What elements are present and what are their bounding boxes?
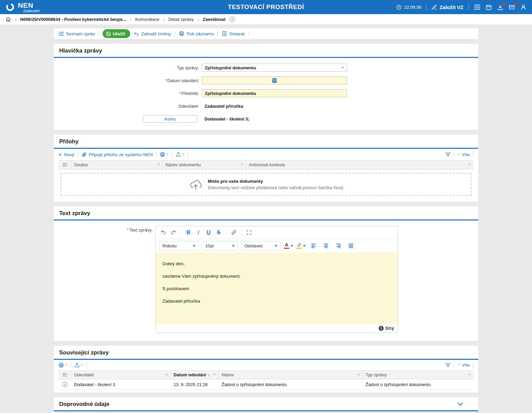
breadcrumb-item-komunikace[interactable]: Komunikace [135, 17, 159, 22]
required-asterisk: * [127, 228, 129, 233]
section-title: Související zprávy [59, 349, 109, 356]
dropdown-caret-icon: ▽ [458, 153, 460, 156]
column-header-datum-odeslani[interactable]: Datum odeslání ↓ ▽ [171, 371, 219, 379]
table-row[interactable]: i Dodavatel - školení 3 13. 9. 2025 21:2… [59, 379, 473, 390]
dropzone-title: Místo pro vaše dokumenty [208, 179, 343, 184]
seznam-zprav-button[interactable]: Seznam zpráv [59, 31, 95, 36]
message-text-area[interactable]: Dobrý den, zasíláme Vám zpřístupněný dok… [156, 252, 397, 324]
export-grid-button[interactable]: ▽ [74, 363, 83, 368]
downloads-button[interactable] [497, 4, 503, 10]
filter-triangle-icon[interactable]: ▽ [165, 373, 168, 376]
font-family-select[interactable]: Roboto [159, 241, 199, 250]
calendar-button[interactable] [486, 4, 492, 10]
redo-button[interactable] [168, 228, 178, 237]
ulozit-button[interactable]: Uložit [103, 29, 130, 38]
save-icon [106, 31, 111, 36]
text-color-button[interactable]: A [284, 243, 293, 249]
section-prilohy: Přílohy + Nový Připojit přílohu ze systé… [54, 135, 478, 202]
action-toolbar: Seznam zpráv Uložit Zahodit změny Tisk z… [54, 28, 478, 39]
column-settings-cell[interactable] [59, 161, 71, 169]
typ-zpravy-select[interactable]: Zpřístupnění dokumentu [202, 64, 347, 72]
collapse-section-button[interactable] [457, 402, 463, 406]
divider [473, 152, 473, 157]
document-dropzone[interactable]: Místo pro vaše dokumenty Dokumenty sem m… [61, 173, 471, 196]
export-grid-button[interactable]: ▽ [176, 152, 184, 157]
form-row: Typ zprávy: Zpřístupnění dokumentu [54, 61, 478, 74]
print-grid-button[interactable]: ▽ [59, 363, 67, 368]
messages-button[interactable] [508, 4, 515, 10]
pripojit-prilohu-button[interactable]: Připojit přílohu ze systému NEN [81, 152, 153, 157]
column-header-typ-zpravy[interactable]: Typ zprávy ▽ [363, 371, 473, 379]
column-header-nazev[interactable]: Název ▽ [219, 371, 363, 379]
section-title: Hlavička zprávy [59, 47, 102, 54]
filter-triangle-icon[interactable]: ▽ [157, 163, 160, 166]
filter-button[interactable] [445, 152, 451, 157]
vse-filter-select[interactable]: ▽ Vše [458, 363, 470, 368]
home-icon [5, 16, 11, 22]
breadcrumb-separator: › [163, 17, 165, 22]
tisk-zaznamu-button[interactable]: Tisk záznamu [179, 31, 214, 36]
filter-triangle-icon[interactable]: ▽ [214, 373, 216, 376]
vse-filter-select[interactable]: ▽ Vše [458, 152, 470, 157]
dropdown-caret-icon: ▽ [182, 153, 184, 156]
column-header-odesilatel[interactable]: Odesílatel ▽ [71, 371, 171, 379]
sort-desc-icon: ↓ [208, 373, 210, 377]
filter-triangle-icon[interactable]: ▽ [357, 373, 360, 376]
underline-button[interactable]: U [204, 228, 213, 237]
align-justify-button[interactable] [346, 241, 355, 250]
font-size-select[interactable]: 10pt [202, 241, 238, 250]
breadcrumb-item-zakazka[interactable]: N006/25/V00008634 - Posílení kybernetick… [20, 17, 126, 22]
section-title: Text zprávy [59, 210, 90, 217]
form-row: Odesílatel: Zadavatel příručka [54, 100, 478, 112]
home-button[interactable] [5, 16, 11, 22]
dropdown-caret-icon: ▽ [458, 364, 460, 367]
block-format-select[interactable]: Odstavec [241, 241, 281, 250]
align-center-button[interactable] [321, 241, 331, 250]
menu-icon [474, 4, 481, 10]
italic-button[interactable]: I [194, 228, 203, 237]
required-asterisk: * [165, 78, 166, 83]
calendar-field-icon[interactable] [272, 78, 277, 83]
smazat-button[interactable]: Smazat [222, 31, 244, 36]
server-time: 22:09:38 [396, 4, 421, 10]
filter-button[interactable] [445, 363, 451, 368]
chevron-down-icon [341, 67, 344, 69]
print-grid-button[interactable]: ▽ [160, 152, 168, 157]
column-header-nazev-dokumentu[interactable]: Název dokumentu ▽ [163, 161, 246, 169]
close-tab-button[interactable]: × [229, 16, 235, 22]
filter-triangle-icon[interactable]: ▽ [468, 163, 471, 166]
filter-triangle-icon[interactable]: ▽ [241, 163, 243, 166]
column-header-soubor[interactable]: Soubor ▽ [71, 161, 163, 169]
undo-button[interactable] [158, 228, 168, 237]
filter-triangle-icon[interactable]: ▽ [468, 373, 471, 376]
align-left-button[interactable] [309, 241, 318, 250]
komu-value: Dodavatel - školení 3; [202, 116, 250, 122]
vse-label: Vše [462, 363, 470, 368]
form-row: *Datum odeslání: [54, 74, 478, 87]
divider [468, 4, 469, 10]
profile-button[interactable] [520, 4, 527, 10]
divider [172, 152, 172, 157]
highlight-color-button[interactable] [296, 243, 306, 249]
novy-button[interactable]: + Nový [59, 152, 74, 158]
edit-icon [431, 4, 437, 10]
align-right-button[interactable] [334, 241, 343, 250]
nen-logo-icon[interactable] [5, 2, 15, 12]
fullscreen-button[interactable] [244, 228, 254, 237]
komu-button[interactable]: Komu [143, 115, 197, 123]
zalozit-vz-button[interactable]: Založit VZ [431, 4, 463, 10]
form-row: Komu Dodavatel - školení 3; [54, 112, 478, 125]
souvisejici-toolbar: ▽ ▽ ▽ Vše [54, 360, 478, 370]
strikethrough-button[interactable]: S [214, 228, 223, 237]
column-settings-cell[interactable] [59, 371, 71, 379]
column-header-antivirova-kontrola[interactable]: Antivirová kontrola ▽ [246, 161, 473, 169]
link-button[interactable] [229, 228, 238, 237]
breadcrumb-item-detail-zpravy[interactable]: Detail zprávy [168, 17, 194, 22]
predmet-input[interactable] [202, 89, 347, 97]
info-icon[interactable]: i [62, 382, 68, 387]
zahodit-zmeny-button[interactable]: Zahodit změny [134, 31, 171, 36]
printer-icon [179, 31, 184, 36]
menu-button[interactable] [474, 4, 481, 10]
bold-button[interactable]: B [184, 228, 193, 237]
align-center-icon [324, 244, 329, 248]
